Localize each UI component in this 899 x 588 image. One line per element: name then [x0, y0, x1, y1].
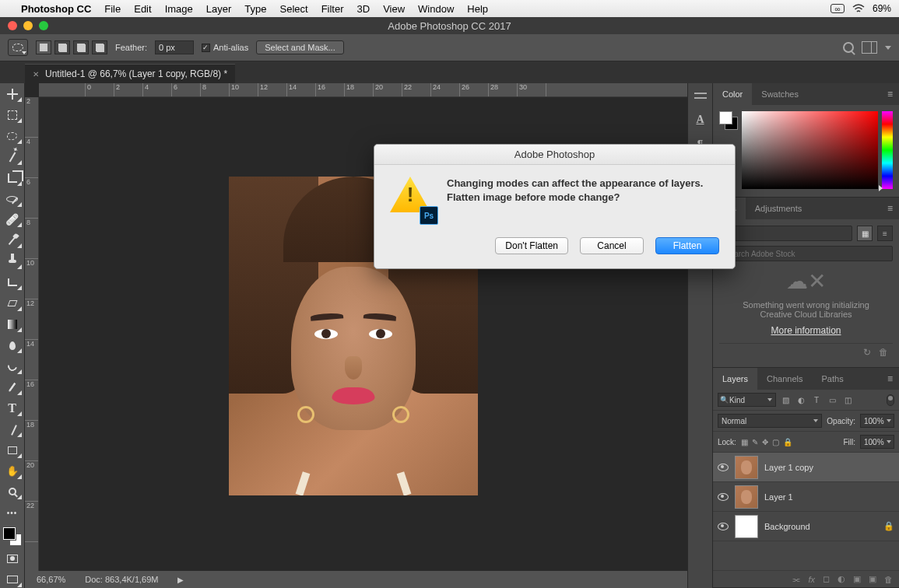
- tab-adjustments[interactable]: Adjustments: [746, 198, 812, 219]
- dont-flatten-button[interactable]: Don't Flatten: [495, 237, 568, 254]
- blend-mode-dropdown[interactable]: Normal: [718, 414, 822, 428]
- document-tab[interactable]: ✕ Untitled-1 @ 66,7% (Layer 1 copy, RGB/…: [25, 64, 235, 83]
- color-panel-menu[interactable]: ≡: [881, 89, 899, 100]
- menu-edit[interactable]: Edit: [134, 3, 151, 15]
- hue-slider[interactable]: [882, 111, 893, 189]
- tab-swatches[interactable]: Swatches: [752, 83, 808, 105]
- tab-paths[interactable]: Paths: [813, 368, 853, 390]
- filter-toggle[interactable]: [887, 394, 894, 406]
- menu-layer[interactable]: Layer: [206, 3, 232, 15]
- tab-color[interactable]: Color: [713, 83, 752, 105]
- path-selection-tool[interactable]: [2, 421, 23, 438]
- workspace-switcher-icon[interactable]: [862, 41, 877, 54]
- layer-style-icon[interactable]: fx: [808, 575, 815, 584]
- selection-subtract-button[interactable]: [73, 40, 89, 54]
- filter-shape-icon[interactable]: ▭: [826, 394, 838, 406]
- dock-properties-icon[interactable]: [694, 89, 708, 102]
- selection-add-button[interactable]: [54, 40, 70, 54]
- layer-thumbnail[interactable]: [735, 515, 758, 538]
- blur-tool[interactable]: [2, 337, 23, 354]
- creative-cloud-icon[interactable]: [831, 4, 845, 13]
- app-menu[interactable]: Photoshop CC: [21, 3, 91, 15]
- lock-position-icon[interactable]: ✥: [762, 438, 768, 446]
- hand-tool[interactable]: ✋: [2, 463, 23, 480]
- layer-name[interactable]: Layer 1 copy: [764, 463, 813, 472]
- lock-transparent-icon[interactable]: ▦: [741, 438, 748, 446]
- flatten-button[interactable]: Flatten: [655, 237, 719, 254]
- color-swatch-picker[interactable]: [719, 111, 738, 130]
- link-layers-icon[interactable]: ⫘: [792, 575, 800, 584]
- close-tab-icon[interactable]: ✕: [33, 70, 39, 79]
- lib-list-view-button[interactable]: ≡: [877, 226, 893, 241]
- window-close-button[interactable]: [8, 21, 17, 30]
- window-minimize-button[interactable]: [23, 21, 33, 30]
- menu-view[interactable]: View: [383, 3, 405, 15]
- cancel-button[interactable]: Cancel: [580, 237, 644, 254]
- layers-panel-menu[interactable]: ≡: [881, 373, 899, 384]
- move-tool[interactable]: [2, 86, 23, 103]
- workspace-menu-icon[interactable]: [885, 46, 891, 50]
- lock-artboard-icon[interactable]: ▢: [772, 438, 779, 446]
- selection-new-button[interactable]: [36, 40, 51, 54]
- visibility-toggle-icon[interactable]: [718, 493, 729, 501]
- anti-alias-checkbox[interactable]: ✓: [202, 44, 210, 52]
- lib-sync-icon[interactable]: ↻: [863, 347, 871, 358]
- tab-channels[interactable]: Channels: [757, 368, 812, 390]
- library-search[interactable]: Search Adobe Stock: [719, 246, 893, 261]
- history-brush-tool[interactable]: [2, 274, 23, 291]
- layer-thumbnail[interactable]: [735, 456, 758, 479]
- library-dropdown[interactable]: [719, 226, 852, 241]
- eyedropper-tool[interactable]: [2, 191, 23, 208]
- zoom-tool[interactable]: [2, 484, 23, 501]
- layer-item[interactable]: Layer 1: [713, 482, 899, 512]
- lock-pixels-icon[interactable]: ✎: [752, 438, 758, 446]
- adjustment-layer-icon[interactable]: ◐: [838, 574, 845, 584]
- menu-3d[interactable]: 3D: [357, 3, 370, 15]
- layer-group-icon[interactable]: ▣: [853, 574, 861, 584]
- select-and-mask-button[interactable]: Select and Mask...: [256, 40, 344, 54]
- shape-tool[interactable]: [2, 442, 23, 459]
- lib-trash-icon[interactable]: 🗑: [879, 347, 888, 358]
- dock-character-icon[interactable]: A: [694, 114, 708, 126]
- healing-brush-tool[interactable]: 🩹: [2, 212, 23, 229]
- menu-select[interactable]: Select: [279, 3, 307, 15]
- gradient-tool[interactable]: [2, 316, 23, 333]
- layer-item[interactable]: Background 🔒: [713, 512, 899, 541]
- quick-selection-tool[interactable]: [2, 149, 23, 166]
- menu-help[interactable]: Help: [467, 3, 488, 15]
- visibility-toggle-icon[interactable]: [718, 464, 729, 471]
- new-layer-icon[interactable]: ▣: [869, 574, 876, 584]
- layer-item[interactable]: Layer 1 copy: [713, 453, 899, 482]
- opacity-input[interactable]: 100%: [860, 414, 894, 428]
- filter-smart-icon[interactable]: ◫: [841, 394, 854, 406]
- wifi-icon[interactable]: [852, 4, 865, 13]
- layer-thumbnail[interactable]: [735, 485, 758, 509]
- clone-stamp-tool[interactable]: [2, 253, 23, 270]
- menu-filter[interactable]: Filter: [321, 3, 344, 15]
- status-arrow-icon[interactable]: ▶: [177, 576, 184, 584]
- dodge-tool[interactable]: [2, 358, 23, 375]
- menu-image[interactable]: Image: [165, 3, 193, 15]
- delete-layer-icon[interactable]: 🗑: [884, 575, 893, 584]
- filter-type-icon[interactable]: T: [810, 394, 823, 406]
- menu-file[interactable]: File: [104, 3, 121, 15]
- search-icon[interactable]: [843, 42, 854, 53]
- filter-pixel-icon[interactable]: ▧: [779, 394, 792, 406]
- tool-preset-picker[interactable]: [8, 39, 28, 56]
- text-tool[interactable]: T: [2, 400, 23, 417]
- color-picker[interactable]: [3, 527, 22, 546]
- lock-all-icon[interactable]: 🔒: [783, 438, 792, 446]
- battery-status[interactable]: 69%: [873, 3, 891, 14]
- more-information-link[interactable]: More information: [771, 325, 841, 336]
- zoom-level[interactable]: 66,67%: [37, 575, 65, 584]
- selection-intersect-button[interactable]: [92, 40, 107, 54]
- window-zoom-button[interactable]: [39, 21, 48, 30]
- ruler-horizontal[interactable]: 024681012141618202224262830: [39, 83, 687, 97]
- menu-type[interactable]: Type: [244, 3, 266, 15]
- pen-tool[interactable]: [2, 379, 23, 396]
- filter-adjustment-icon[interactable]: ◐: [795, 394, 807, 406]
- tab-layers[interactable]: Layers: [713, 368, 757, 390]
- fill-input[interactable]: 100%: [860, 435, 894, 449]
- visibility-toggle-icon[interactable]: [718, 523, 729, 530]
- eraser-tool[interactable]: [2, 295, 23, 312]
